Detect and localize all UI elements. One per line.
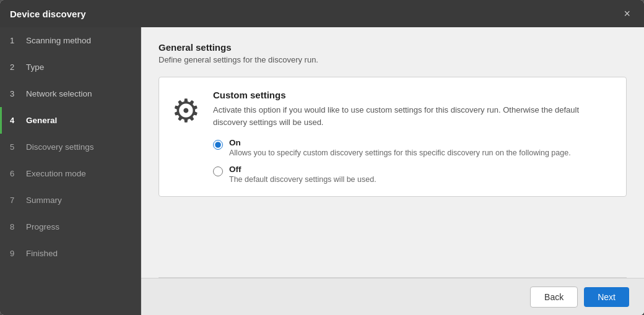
- section-title: General settings: [159, 42, 627, 53]
- sidebar-item-execution-mode[interactable]: 6Execution mode: [0, 160, 141, 187]
- step-num: 9: [10, 249, 20, 258]
- step-num: 4: [10, 116, 20, 125]
- radio-on[interactable]: [213, 140, 223, 150]
- sidebar-item-label: Summary: [26, 196, 62, 205]
- footer: Back Next: [141, 278, 644, 315]
- sidebar-item-discovery-settings[interactable]: 5Discovery settings: [0, 134, 141, 160]
- sidebar-item-finished[interactable]: 9Finished: [0, 240, 141, 267]
- step-num: 7: [10, 196, 20, 205]
- dialog-body: 1Scanning method2Type3Network selection4…: [0, 27, 644, 315]
- sidebar-item-label: Finished: [26, 249, 58, 258]
- sidebar-item-general[interactable]: 4General: [0, 107, 141, 134]
- custom-settings-card: ⚙ Custom settings Activate this option i…: [159, 77, 627, 197]
- sidebar-item-type[interactable]: 2Type: [0, 54, 141, 80]
- gear-icon: ⚙: [172, 92, 201, 129]
- sidebar-item-scanning-method[interactable]: 1Scanning method: [0, 27, 141, 54]
- radio-option-off[interactable]: Off The default discovery settings will …: [213, 165, 614, 184]
- sidebar: 1Scanning method2Type3Network selection4…: [0, 27, 141, 315]
- card-title: Custom settings: [213, 90, 614, 100]
- sidebar-item-network-selection[interactable]: 3Network selection: [0, 80, 141, 107]
- dialog-header: Device discovery ×: [0, 0, 644, 27]
- close-button[interactable]: ×: [620, 6, 634, 22]
- step-num: 5: [10, 142, 20, 152]
- device-discovery-dialog: Device discovery × 1Scanning method2Type…: [0, 0, 644, 315]
- sidebar-item-progress[interactable]: 8Progress: [0, 214, 141, 240]
- main-content: General settings Define general settings…: [141, 27, 644, 315]
- sidebar-item-label: Progress: [26, 222, 59, 231]
- sidebar-item-summary[interactable]: 7Summary: [0, 187, 141, 214]
- radio-off[interactable]: [213, 166, 223, 176]
- radio-group: On Allows you to specify custom discover…: [213, 138, 614, 184]
- radio-off-desc: The default discovery settings will be u…: [229, 175, 376, 184]
- radio-option-on[interactable]: On Allows you to specify custom discover…: [213, 138, 614, 157]
- step-num: 3: [10, 89, 20, 98]
- step-num: 8: [10, 222, 20, 231]
- step-num: 1: [10, 36, 20, 45]
- card-description: Activate this option if you would like t…: [213, 104, 614, 128]
- sidebar-item-label: Network selection: [26, 89, 92, 98]
- back-button[interactable]: Back: [530, 287, 578, 308]
- sidebar-item-label: Scanning method: [26, 36, 91, 45]
- next-button[interactable]: Next: [584, 287, 629, 307]
- radio-on-desc: Allows you to specify custom discovery s…: [229, 149, 571, 157]
- sidebar-item-label: Type: [26, 63, 44, 72]
- sidebar-item-label: Execution mode: [26, 169, 86, 178]
- step-num: 6: [10, 169, 20, 178]
- dialog-title: Device discovery: [10, 9, 86, 19]
- sidebar-item-label: Discovery settings: [26, 142, 94, 152]
- radio-off-label: Off: [229, 165, 376, 174]
- card-content: Custom settings Activate this option if …: [213, 90, 614, 184]
- step-num: 2: [10, 63, 20, 72]
- sidebar-item-label: General: [26, 116, 57, 125]
- section-subtitle: Define general settings for the discover…: [159, 55, 627, 64]
- radio-on-label: On: [229, 138, 571, 147]
- content-area: General settings Define general settings…: [141, 27, 644, 277]
